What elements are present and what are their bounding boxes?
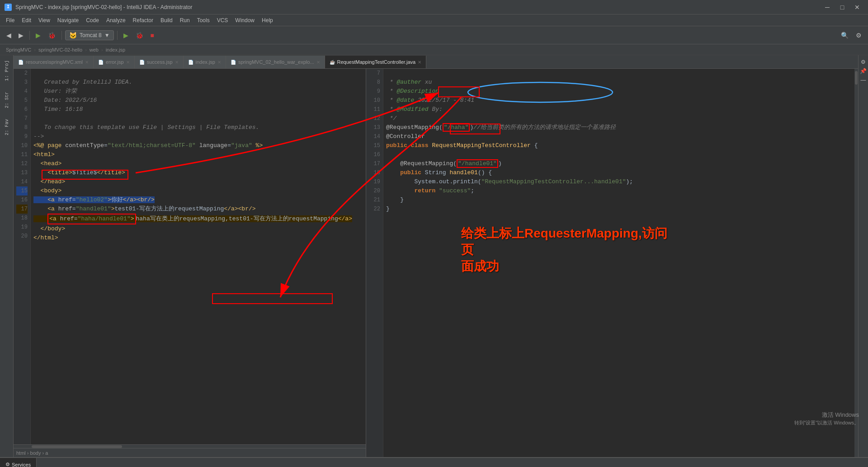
- toolbar-build-run-button[interactable]: ▶: [121, 30, 131, 40]
- right-code-container: 7891011 12131415 16171819 202122 * @auth…: [366, 69, 858, 457]
- run-config-selector[interactable]: 🐱 Tomcat 8 ▼: [65, 30, 114, 40]
- tab-close-controller-java[interactable]: ✕: [418, 60, 421, 65]
- right-outer-sidebar: ⚙ 📌 —: [858, 55, 868, 457]
- minimize-button[interactable]: ─: [821, 2, 834, 12]
- left-line-numbers: 23456 7891011 121314 15 1617181920: [14, 69, 31, 444]
- tab-controller-java[interactable]: ☕ RequestMappingTestController.java ✕: [325, 56, 427, 68]
- menu-build[interactable]: Build: [157, 16, 176, 24]
- menu-tools[interactable]: Tools: [193, 16, 213, 24]
- run-config-dropdown-icon[interactable]: ▼: [104, 32, 110, 38]
- sidebar-structure-icon[interactable]: 2: Str: [0, 89, 13, 111]
- services-tab-label: Services: [12, 462, 31, 467]
- menu-edit[interactable]: Edit: [18, 16, 35, 24]
- tab-close-error-jsp[interactable]: ✕: [126, 60, 130, 65]
- toolbar-settings-button[interactable]: ⚙: [853, 30, 864, 40]
- menu-vcs[interactable]: VCS: [213, 16, 232, 24]
- left-code-content[interactable]: Created by IntelliJ IDEA. User: 许荣 Date:…: [31, 69, 366, 444]
- left-pane-status: html › body › a: [14, 448, 366, 457]
- sidebar-project-icon[interactable]: 1: Proj: [0, 57, 13, 84]
- bottom-tabs: ⚙ Services: [0, 458, 868, 467]
- right-sidebar-pin-button[interactable]: 📌: [857, 67, 868, 76]
- toolbar-separator-2: [61, 31, 62, 40]
- run-config-label: Tomcat 8: [80, 32, 102, 38]
- breadcrumb: SpringMVC › springMVC-02-hello › web › i…: [0, 44, 868, 55]
- toolbar-separator-3: [117, 31, 118, 40]
- tab-close-war-exploded[interactable]: ✕: [316, 60, 320, 65]
- tab-war-exploded[interactable]: 📄 springMVC_02_hello_war_explo... ✕: [226, 56, 325, 68]
- tab-success-jsp[interactable]: 📄 success.jsp ✕: [135, 56, 184, 68]
- left-editor-pane: 23456 7891011 121314 15 1617181920 Creat…: [14, 69, 366, 457]
- menu-analyze[interactable]: Analyze: [103, 16, 129, 24]
- app-icon: I: [5, 4, 12, 11]
- toolbar-search-button[interactable]: 🔍: [838, 30, 851, 40]
- window-title: SpringMVC - index.jsp [springMVC-02-hell…: [15, 4, 192, 10]
- services-icon: ⚙: [5, 462, 10, 467]
- menu-refactor[interactable]: Refactor: [129, 16, 157, 24]
- close-button[interactable]: ✕: [851, 2, 863, 12]
- menu-navigate[interactable]: Navigate: [54, 16, 82, 24]
- breadcrumb-folder[interactable]: web: [90, 47, 99, 52]
- services-tab[interactable]: ⚙ Services: [0, 458, 37, 467]
- toolbar-forward-button[interactable]: ▶: [16, 30, 26, 40]
- tomcat-icon: 🐱: [69, 32, 77, 39]
- maximize-button[interactable]: □: [836, 2, 849, 12]
- tab-close-index-jsp[interactable]: ✕: [217, 60, 221, 65]
- bottom-area: ⚙ Services Services All Services + ≡ ⊞ ▽…: [0, 457, 868, 467]
- sidebar-favorites-icon[interactable]: 2: Fav: [0, 116, 13, 138]
- menu-window[interactable]: Window: [231, 16, 258, 24]
- toolbar-run-button[interactable]: ▶: [33, 30, 43, 40]
- menu-file[interactable]: File: [2, 16, 18, 24]
- editor-tabs: 📄 resources\springMVC.xml ✕ 📄 error.jsp …: [14, 55, 858, 69]
- editor-panes: 23456 7891011 121314 15 1617181920 Creat…: [14, 69, 858, 457]
- right-line-numbers: 7891011 12131415 16171819 202122: [366, 69, 383, 457]
- menu-view[interactable]: View: [35, 16, 54, 24]
- tab-close-success-jsp[interactable]: ✕: [175, 60, 179, 65]
- right-editor-pane: 7891011 12131415 16171819 202122 * @auth…: [366, 69, 858, 457]
- menu-help[interactable]: Help: [258, 16, 277, 24]
- title-controls[interactable]: ─ □ ✕: [821, 2, 863, 12]
- toolbar-stop-button[interactable]: ■: [148, 30, 157, 40]
- right-scroll-thumb[interactable]: [855, 71, 858, 85]
- title-left: I SpringMVC - index.jsp [springMVC-02-he…: [5, 4, 192, 11]
- menu-code[interactable]: Code: [82, 16, 103, 24]
- left-sidebar: 1: Proj 2: Str 2: Fav: [0, 55, 14, 457]
- left-scrollbar[interactable]: [14, 444, 366, 448]
- toolbar: ◀ ▶ ▶ 🐞 🐱 Tomcat 8 ▼ ▶ 🐞 ■ 🔍 ⚙: [0, 26, 868, 44]
- left-scroll-thumb[interactable]: [32, 445, 122, 448]
- right-sidebar-settings-button[interactable]: ⚙: [858, 57, 868, 67]
- toolbar-debug-button[interactable]: 🐞: [45, 30, 58, 40]
- toolbar-separator-1: [29, 31, 30, 40]
- tab-index-jsp[interactable]: 📄 index.jsp ✕: [184, 56, 226, 68]
- right-sidebar-collapse-button[interactable]: —: [858, 76, 868, 85]
- breadcrumb-project[interactable]: SpringMVC: [6, 47, 31, 52]
- breadcrumb-module[interactable]: springMVC-02-hello: [38, 47, 82, 52]
- main-layout: 1: Proj 2: Str 2: Fav 📄 resources\spring…: [0, 55, 868, 457]
- editor-area: 📄 resources\springMVC.xml ✕ 📄 error.jsp …: [14, 55, 858, 457]
- toolbar-debug-run-button[interactable]: 🐞: [133, 30, 146, 40]
- toolbar-back-button[interactable]: ◀: [4, 30, 14, 40]
- left-code-container: 23456 7891011 121314 15 1617181920 Creat…: [14, 69, 366, 444]
- right-scrollbar-strip[interactable]: [854, 69, 858, 457]
- menu-bar: File Edit View Navigate Code Analyze Ref…: [0, 14, 868, 26]
- menu-run[interactable]: Run: [176, 16, 193, 24]
- breadcrumb-file[interactable]: index.jsp: [106, 47, 125, 52]
- title-bar: I SpringMVC - index.jsp [springMVC-02-he…: [0, 0, 868, 14]
- right-code-content[interactable]: * @auther xu * @Description * @date 2022…: [383, 69, 858, 457]
- tab-close-springmvc-xml[interactable]: ✕: [85, 60, 89, 65]
- tab-springmvc-xml[interactable]: 📄 resources\springMVC.xml ✕: [14, 56, 94, 68]
- tab-error-jsp[interactable]: 📄 error.jsp ✕: [94, 56, 135, 68]
